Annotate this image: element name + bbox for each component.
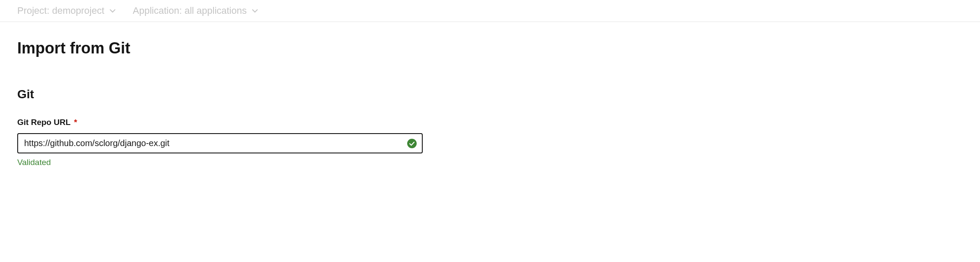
- caret-down-icon: [110, 9, 116, 13]
- git-repo-url-label: Git Repo URL *: [17, 118, 423, 127]
- project-label: Project: demoproject: [17, 5, 104, 16]
- page-title: Import from Git: [17, 39, 963, 57]
- field-label-text: Git Repo URL: [17, 118, 71, 127]
- application-selector[interactable]: Application: all applications: [133, 5, 258, 16]
- main-content: Import from Git Git Git Repo URL * Valid…: [0, 22, 980, 184]
- git-repo-url-input[interactable]: [17, 133, 423, 153]
- validation-status-text: Validated: [17, 158, 423, 167]
- required-asterisk: *: [74, 118, 77, 127]
- check-circle-icon: [407, 139, 417, 148]
- project-selector[interactable]: Project: demoproject: [17, 5, 116, 16]
- caret-down-icon: [252, 9, 258, 13]
- section-title-git: Git: [17, 87, 963, 101]
- topbar: Project: demoproject Application: all ap…: [0, 0, 980, 22]
- svg-point-0: [407, 139, 417, 148]
- git-repo-url-input-wrapper: [17, 133, 423, 153]
- git-repo-url-group: Git Repo URL * Validated: [17, 118, 423, 167]
- application-label: Application: all applications: [133, 5, 247, 16]
